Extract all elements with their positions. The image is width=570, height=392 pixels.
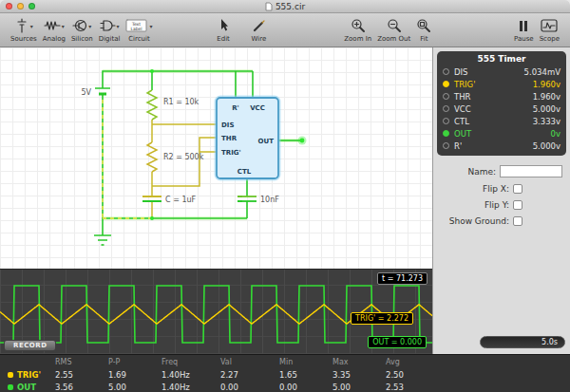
cursor-icon	[218, 18, 229, 33]
signal-row-out[interactable]: OUT 0v	[443, 127, 560, 140]
toolbar-scope[interactable]: Scope	[540, 18, 560, 43]
capacitor-c2[interactable]	[238, 196, 256, 201]
signal-value: 1.960v	[533, 92, 560, 102]
signal-name: TRIG'	[454, 80, 528, 89]
oscilloscope-panel[interactable]: t = 71.273 TRIG' = 2.272 OUT = 0.000 REC…	[0, 269, 432, 354]
signal-row-ctl[interactable]: CTL 3.333v	[443, 115, 560, 127]
signal-row-dis[interactable]: DIS 5.034mV	[443, 65, 560, 78]
stat-cell: 3.56	[55, 383, 108, 392]
close-button[interactable]	[6, 3, 12, 9]
chevron-down-icon: ▾	[30, 23, 33, 29]
flip-y-checkbox[interactable]	[513, 200, 522, 210]
toolbar-wire[interactable]: Wire	[251, 18, 266, 43]
col-header-max: Max	[332, 358, 386, 366]
show-ground-checkbox[interactable]	[513, 216, 522, 226]
flip-y-label: Flip Y:	[484, 200, 509, 210]
pin-thr-label: THR	[221, 135, 238, 142]
radio-vcc[interactable]	[443, 105, 449, 112]
trig-value-tag[interactable]: TRIG' = 2.272	[351, 312, 413, 325]
signal-value: 3.333v	[533, 117, 560, 126]
main-content: 5V R1 = 10k R2 = 500k C = 1uF	[0, 47, 570, 354]
stat-cell: 1.40Hz	[162, 383, 220, 392]
radio-ctl[interactable]	[443, 118, 449, 124]
chip-555[interactable]: R' VCC DIS THR TRIG' CTL OUT	[217, 98, 278, 178]
capacitor-c1[interactable]	[142, 196, 162, 201]
battery-label: 5V	[81, 88, 91, 97]
flip-x-row: Flip X:	[433, 184, 522, 194]
radio-out[interactable]	[443, 130, 449, 137]
stat-cell: 2.50	[386, 370, 439, 380]
stat-cell: 3.35	[332, 370, 386, 380]
schematic-canvas[interactable]: 5V R1 = 10k R2 = 500k C = 1uF	[0, 47, 432, 269]
title-bar: 555.cir	[0, 0, 570, 13]
window-title-area: 555.cir	[0, 0, 570, 12]
ground-symbol[interactable]	[94, 235, 111, 245]
record-button[interactable]: RECORD	[4, 340, 56, 351]
resistor-r1[interactable]	[147, 90, 157, 120]
minimize-button[interactable]	[17, 3, 24, 9]
name-input[interactable]	[500, 165, 562, 177]
battery-5v[interactable]	[95, 88, 110, 94]
resistor-r2[interactable]	[147, 142, 157, 172]
pin-vcc-label: VCC	[250, 104, 265, 112]
resistor-r1-label: R1 = 10k	[163, 98, 200, 106]
stat-cell: 0.00	[220, 383, 279, 392]
radio-dis[interactable]	[443, 68, 449, 75]
timebase-slider[interactable]: 5.0s	[480, 336, 565, 348]
stat-cell: 0.00	[279, 383, 332, 392]
flip-x-checkbox[interactable]	[513, 184, 522, 194]
radio-thr[interactable]	[443, 93, 449, 100]
toolbar-sources[interactable]: ▾ Sources	[10, 18, 37, 43]
toolbar-label: Silicon	[71, 35, 93, 43]
toolbar-digital[interactable]: ▾ Digital	[99, 18, 121, 43]
toolbar-zoom-fit[interactable]: Fit	[416, 18, 431, 43]
pin-dis-label: DIS	[221, 121, 234, 129]
inspector-sidebar: 555 Timer DIS 5.034mV TRIG' 1.960v THR 1…	[432, 47, 570, 354]
signal-row-reset[interactable]: R' 5.000v	[443, 140, 560, 152]
zoom-window-button[interactable]	[28, 3, 35, 9]
toolbar-label: Digital	[99, 35, 121, 43]
battery-source-icon	[14, 18, 29, 33]
toolbar-edit[interactable]: Edit	[217, 18, 230, 43]
signal-row-thr[interactable]: THR 1.960v	[443, 90, 560, 103]
toolbar-pause[interactable]: Pause	[514, 18, 534, 43]
name-row: Name:	[433, 165, 562, 177]
stat-cell: 2.53	[386, 383, 439, 392]
signal-row-vcc[interactable]: VCC 5.000v	[443, 103, 560, 115]
signal-value: 1.960v	[533, 80, 560, 89]
signal-row-trig[interactable]: TRIG' 1.960v	[443, 78, 560, 90]
radio-trig[interactable]	[443, 81, 449, 87]
window-title: 555.cir	[276, 2, 305, 11]
transistor-icon	[72, 18, 87, 33]
toolbar-zoom-in[interactable]: Zoom In	[344, 18, 371, 43]
properties-panel: Name: Flip X: Flip Y: Show Ground:	[433, 165, 570, 233]
stat-row-out-name: OUT	[8, 383, 55, 392]
component-title: 555 Timer	[443, 54, 560, 64]
pin-reset-label: R'	[232, 104, 239, 112]
toolbar-zoom-out[interactable]: Zoom Out	[377, 18, 410, 43]
toolbar-silicon[interactable]: ▾ Silicon	[71, 18, 93, 43]
resistor-icon	[44, 18, 61, 33]
out-value-tag[interactable]: OUT = 0.000	[368, 336, 427, 348]
measurements-table: RMS P-P Freq Val Min Max Avg TRIG' 2.55 …	[0, 354, 570, 392]
pin-trig-label: TRIG'	[221, 149, 241, 157]
radio-reset[interactable]	[443, 142, 449, 149]
toolbar-label: Scope	[540, 35, 560, 43]
stat-cell: 1.40Hz	[162, 370, 220, 380]
chevron-down-icon: ▾	[62, 23, 65, 29]
signal-value: 5.034mV	[524, 67, 560, 77]
col-header-freq: Freq	[162, 358, 220, 366]
toolbar-analog[interactable]: ▾ Analog	[43, 18, 66, 43]
toolbar-label: Zoom In	[344, 35, 371, 43]
toolbar-circuit[interactable]: TextLabel▾ Circuit	[125, 18, 152, 43]
signal-name: THR	[454, 92, 528, 102]
toolbar-label: Fit	[420, 35, 428, 43]
stat-row-trig-name: TRIG'	[8, 370, 55, 380]
signal-name: R'	[454, 141, 528, 151]
scope-icon	[541, 19, 558, 33]
app-window: 555.cir ▾ Sources ▾ Analog ▾ Silicon ▾ D…	[0, 0, 570, 392]
signal-name: OUT	[454, 129, 546, 139]
signal-name: CTL	[454, 117, 528, 126]
pause-icon	[518, 19, 529, 33]
circuit-drawing[interactable]: 5V R1 = 10k R2 = 500k C = 1uF	[0, 47, 432, 269]
